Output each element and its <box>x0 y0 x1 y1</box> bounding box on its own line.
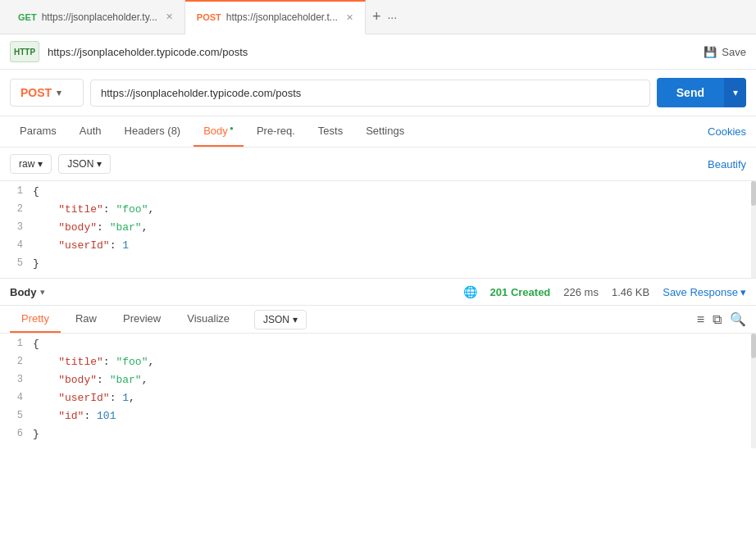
body-type-chevron-icon: ▾ <box>38 158 43 170</box>
cookies-button[interactable]: Cookies <box>708 125 746 138</box>
tab-auth[interactable]: Auth <box>70 116 112 147</box>
response-format-chevron-icon: ▾ <box>293 314 298 325</box>
address-url: https://jsonplaceholder.typicode.com/pos… <box>48 46 695 58</box>
beautify-button[interactable]: Beautify <box>708 158 746 170</box>
copy-response-button[interactable]: ⧉ <box>713 312 722 327</box>
tab-tests[interactable]: Tests <box>308 116 353 147</box>
request-editor-scrollbar[interactable] <box>751 181 756 278</box>
method-label: POST <box>20 86 52 99</box>
request-editor-scrollbar-thumb <box>751 181 756 206</box>
json-type-chevron-icon: ▾ <box>97 158 102 170</box>
resp-line-1: 1 { <box>0 337 756 355</box>
method-dropdown[interactable]: POST ▾ <box>10 79 84 107</box>
response-tabs: Pretty Raw Preview Visualize JSON ▾ ≡ ⧉ … <box>0 306 756 334</box>
request-bar: POST ▾ Send ▾ <box>0 70 756 116</box>
tab-post-close[interactable]: ✕ <box>346 12 353 23</box>
req-line-5: 5 } <box>0 257 756 275</box>
json-type-selector[interactable]: JSON ▾ <box>58 154 111 174</box>
resp-tab-visualize[interactable]: Visualize <box>175 306 241 333</box>
copy-icon: ⧉ <box>713 312 722 326</box>
request-nav-tabs: Params Auth Headers (8) Body ● Pre-req. … <box>0 116 756 148</box>
resp-tab-preview[interactable]: Preview <box>112 306 172 333</box>
tab-get-method: GET <box>18 12 37 22</box>
response-time: 226 ms <box>563 286 599 298</box>
tab-get[interactable]: GET https://jsonplaceholder.ty... ✕ <box>7 0 185 34</box>
save-button[interactable]: 💾 Save <box>704 46 746 58</box>
req-line-4: 4 "userId": 1 <box>0 239 756 257</box>
body-dot: ● <box>228 125 234 132</box>
tab-get-close[interactable]: ✕ <box>166 11 173 22</box>
resp-tab-pretty[interactable]: Pretty <box>10 306 61 333</box>
tab-headers[interactable]: Headers (8) <box>115 116 191 147</box>
body-options: raw ▾ JSON ▾ Beautify <box>0 148 756 181</box>
status-code: 201 Created <box>490 286 551 298</box>
resp-line-6: 6 } <box>0 427 756 445</box>
tab-post-url: https://jsonplaceholder.t... <box>226 11 338 23</box>
globe-icon: 🌐 <box>463 285 477 298</box>
tab-prereq[interactable]: Pre-req. <box>247 116 305 147</box>
resp-line-2: 2 "title": "foo", <box>0 355 756 373</box>
method-chevron-icon: ▾ <box>57 88 61 98</box>
new-tab-button[interactable]: + <box>366 8 388 25</box>
body-type-label: raw <box>19 158 34 170</box>
send-btn-group: Send ▾ <box>657 78 746 107</box>
address-bar: HTTP https://jsonplaceholder.typicode.co… <box>0 34 756 70</box>
resp-line-4: 4 "userId": 1, <box>0 391 756 409</box>
send-dropdown-button[interactable]: ▾ <box>724 78 746 107</box>
save-response-button[interactable]: Save Response ▾ <box>663 286 746 298</box>
req-line-2: 2 "title": "foo", <box>0 202 756 220</box>
search-icon: 🔍 <box>730 312 746 326</box>
response-format-selector[interactable]: JSON ▾ <box>254 310 307 330</box>
tab-overflow-button[interactable]: ··· <box>387 11 397 24</box>
resp-line-3: 3 "body": "bar", <box>0 373 756 391</box>
wrap-lines-icon: ≡ <box>697 312 704 326</box>
send-button[interactable]: Send <box>657 78 724 107</box>
tab-post[interactable]: POST https://jsonplaceholder.t... ✕ <box>185 0 366 34</box>
url-input[interactable] <box>90 80 650 107</box>
req-line-1: 1 { <box>0 184 756 202</box>
response-editor-scrollbar-thumb <box>751 334 756 358</box>
body-type-raw[interactable]: raw ▾ <box>10 154 52 174</box>
response-format-label: JSON <box>263 314 289 325</box>
tabs-bar: GET https://jsonplaceholder.ty... ✕ POST… <box>0 0 756 34</box>
tab-settings[interactable]: Settings <box>356 116 414 147</box>
json-type-label: JSON <box>67 158 93 170</box>
resp-line-5: 5 "id": 101 <box>0 409 756 427</box>
response-status: 🌐 201 Created 226 ms 1.46 KB Save Respon… <box>463 285 746 298</box>
response-body-editor[interactable]: 1 { 2 "title": "foo", 3 "body": "bar", 4… <box>0 334 756 448</box>
response-editor-scrollbar[interactable] <box>751 334 756 448</box>
resp-tab-raw[interactable]: Raw <box>64 306 108 333</box>
search-response-button[interactable]: 🔍 <box>730 311 746 327</box>
tab-post-method: POST <box>197 12 221 22</box>
request-body-editor[interactable]: 1 { 2 "title": "foo", 3 "body": "bar", 4… <box>0 181 756 279</box>
response-size: 1.46 KB <box>612 286 649 298</box>
http-badge: HTTP <box>10 41 39 62</box>
save-icon: 💾 <box>704 46 717 58</box>
tab-params[interactable]: Params <box>10 116 66 147</box>
tab-body[interactable]: Body ● <box>194 116 244 147</box>
response-title: Body <box>10 286 37 298</box>
save-response-chevron-icon: ▾ <box>740 286 746 298</box>
response-chevron-icon: ▾ <box>40 287 45 298</box>
tab-get-url: https://jsonplaceholder.ty... <box>42 11 157 23</box>
response-bar: Body ▾ 🌐 201 Created 226 ms 1.46 KB Save… <box>0 279 756 306</box>
wrap-lines-button[interactable]: ≡ <box>697 312 704 327</box>
response-icons: ≡ ⧉ 🔍 <box>697 311 746 327</box>
req-line-3: 3 "body": "bar", <box>0 220 756 239</box>
